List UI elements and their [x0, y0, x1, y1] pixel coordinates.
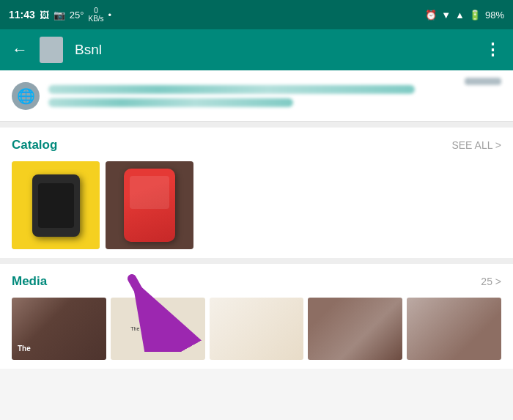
- app-bar-title: Bsnl: [75, 42, 473, 58]
- catalog-thumbnails: [12, 161, 501, 249]
- temperature: 25°: [70, 10, 84, 21]
- contact-avatar: [40, 37, 63, 63]
- status-right: ⏰ ▼ ▲ 🔋 98%: [425, 10, 504, 21]
- media-item-2[interactable]: The Theory of Relativity: [111, 298, 205, 360]
- media-header: Media 25 >: [12, 274, 501, 289]
- media-thumbnails: The Theory of Relativity: [12, 298, 501, 360]
- chat-content: [48, 85, 456, 107]
- blurred-line-1: [48, 85, 415, 94]
- red-phone-body: [124, 169, 175, 242]
- more-options-button[interactable]: ⋮: [484, 40, 501, 59]
- chat-time-blur: [465, 78, 501, 85]
- media-item-3[interactable]: [210, 298, 304, 360]
- battery-percent: 98%: [485, 10, 504, 21]
- alarm-icon: ⏰: [425, 10, 437, 21]
- status-bar: 11:43 🖼 📷 25° 0KB/s • ⏰ ▼ ▲ 🔋 98%: [0, 0, 513, 29]
- blurred-line-2: [48, 98, 293, 107]
- camera-icon: 📷: [53, 10, 65, 21]
- section-divider-mid: [0, 258, 513, 264]
- back-button[interactable]: ←: [12, 40, 28, 59]
- see-all-button[interactable]: SEE ALL >: [451, 139, 501, 151]
- section-divider-top: [0, 122, 513, 128]
- media-item-4[interactable]: [308, 298, 402, 360]
- red-phone-thumbnail: [106, 161, 193, 249]
- chat-preview: 🌐: [0, 70, 513, 122]
- network-speed: 0KB/s: [88, 7, 103, 23]
- status-left: 11:43 🖼 📷 25° 0KB/s •: [9, 7, 111, 23]
- catalog-item-1[interactable]: [12, 161, 100, 249]
- dark-phone-body: [32, 174, 80, 237]
- media-count[interactable]: 25 >: [481, 276, 501, 287]
- catalog-item-2[interactable]: [106, 161, 193, 249]
- catalog-header: Catalog SEE ALL >: [12, 138, 501, 152]
- app-bar: ← Bsnl ⋮: [0, 29, 513, 70]
- media-item-1[interactable]: [12, 298, 106, 360]
- globe-icon: 🌐: [12, 82, 40, 110]
- book-text: The Theory of Relativity: [128, 323, 188, 335]
- dot-indicator: •: [108, 10, 112, 21]
- status-time: 11:43: [9, 9, 35, 21]
- gallery-icon: 🖼: [40, 10, 49, 21]
- media-title: Media: [12, 274, 47, 289]
- catalog-title: Catalog: [12, 138, 57, 152]
- signal-icon: ▲: [455, 10, 465, 21]
- media-item-5[interactable]: [407, 298, 501, 360]
- wifi-icon: ▼: [441, 10, 451, 21]
- dark-phone-thumbnail: [12, 161, 100, 249]
- catalog-section: Catalog SEE ALL >: [0, 128, 513, 258]
- media-section: Media 25 > The Theory of Relativity: [0, 264, 513, 369]
- battery-icon: 🔋: [469, 10, 481, 21]
